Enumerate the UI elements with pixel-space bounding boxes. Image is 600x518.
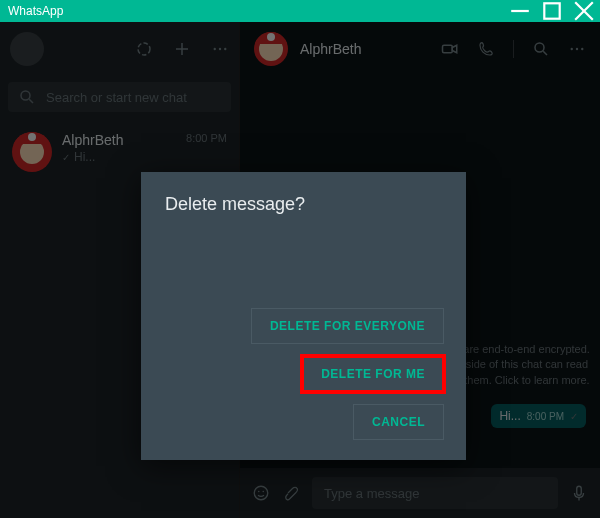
my-avatar[interactable] <box>10 32 44 66</box>
svg-point-7 <box>214 48 216 50</box>
message-input[interactable]: Type a message <box>312 477 558 509</box>
window-titlebar: WhatsApp <box>0 0 600 22</box>
svg-point-17 <box>581 48 583 50</box>
svg-point-10 <box>21 91 30 100</box>
svg-rect-21 <box>577 486 582 495</box>
contact-avatar <box>12 132 52 172</box>
outgoing-message[interactable]: Hi... 8:00 PM ✓ <box>491 404 586 428</box>
search-input[interactable]: Search or start new chat <box>8 82 231 112</box>
delete-for-me-button[interactable]: DELETE FOR ME <box>302 356 444 392</box>
message-text: Hi... <box>499 409 520 423</box>
maximize-button[interactable] <box>536 0 568 22</box>
chat-preview: ✓ Hi... <box>62 150 176 164</box>
sidebar-header <box>0 22 239 76</box>
svg-line-11 <box>29 99 33 103</box>
minimize-button[interactable] <box>504 0 536 22</box>
conversation-menu-icon[interactable] <box>568 40 586 58</box>
svg-point-18 <box>254 486 268 500</box>
delete-for-everyone-button[interactable]: DELETE FOR EVERYONE <box>251 308 444 344</box>
svg-point-8 <box>219 48 221 50</box>
svg-line-14 <box>543 51 547 55</box>
dialog-title: Delete message? <box>165 194 442 215</box>
search-in-chat-icon[interactable] <box>532 40 550 58</box>
delete-message-dialog: Delete message? DELETE FOR EVERYONE DELE… <box>141 172 466 460</box>
chat-name: AlphrBeth <box>62 132 176 148</box>
emoji-icon[interactable] <box>252 484 270 502</box>
window-title: WhatsApp <box>8 4 63 18</box>
window-controls <box>504 0 600 22</box>
cancel-button[interactable]: CANCEL <box>353 404 444 440</box>
attach-icon[interactable] <box>282 484 300 502</box>
svg-point-20 <box>263 491 265 493</box>
delivered-check-icon: ✓ <box>570 411 578 422</box>
message-time: 8:00 PM <box>527 411 564 422</box>
svg-point-15 <box>571 48 573 50</box>
divider <box>513 40 514 58</box>
svg-point-16 <box>576 48 578 50</box>
search-placeholder: Search or start new chat <box>46 90 187 105</box>
composer: Type a message <box>240 468 600 518</box>
search-icon <box>18 88 36 106</box>
conversation-header: AlphrBeth <box>240 22 600 76</box>
svg-point-13 <box>535 43 544 52</box>
svg-rect-1 <box>544 3 559 18</box>
message-input-placeholder: Type a message <box>324 486 419 501</box>
new-chat-icon[interactable] <box>173 40 191 58</box>
check-icon: ✓ <box>62 152 70 163</box>
menu-icon[interactable] <box>211 40 229 58</box>
conversation-avatar[interactable] <box>254 32 288 66</box>
svg-point-4 <box>138 43 150 55</box>
svg-rect-12 <box>443 45 453 53</box>
chat-time: 8:00 PM <box>186 132 227 144</box>
svg-point-9 <box>224 48 226 50</box>
mic-icon[interactable] <box>570 484 588 502</box>
close-button[interactable] <box>568 0 600 22</box>
status-icon[interactable] <box>135 40 153 58</box>
conversation-contact-name: AlphrBeth <box>300 41 361 57</box>
voice-call-icon[interactable] <box>477 40 495 58</box>
video-call-icon[interactable] <box>441 40 459 58</box>
svg-point-19 <box>258 491 260 493</box>
